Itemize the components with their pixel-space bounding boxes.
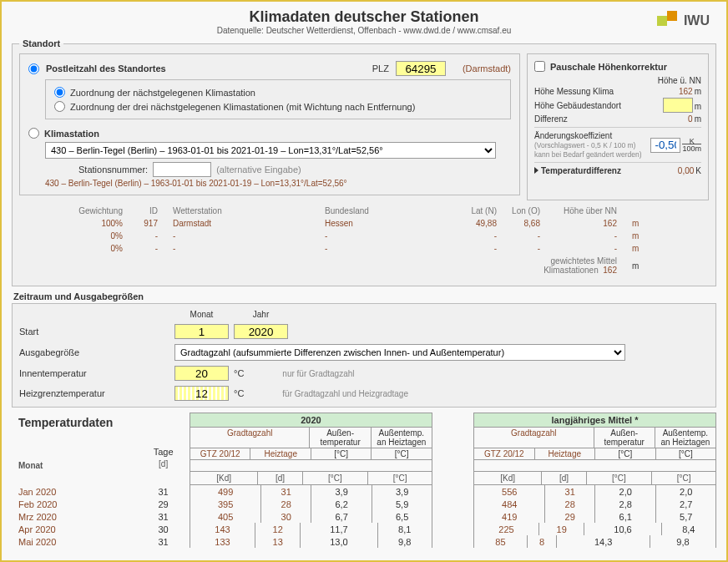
month-days: 31 [145, 510, 181, 523]
page-subtitle: Datenquelle: Deutscher Wetterdienst, Off… [12, 26, 716, 35]
start-jahr-input[interactable] [234, 324, 288, 339]
radio-klimastation-label: Klimastation [44, 129, 99, 139]
year-block: 2020 Gradtagzahl Außen-temperatur Außent… [190, 413, 432, 472]
heiztage-val: 28 [261, 498, 311, 510]
stationsnummer-hint: (alternative Eingabe) [216, 165, 301, 175]
gtz-val: 395 [190, 498, 261, 510]
lang-block: langjähriges Mittel * Gradtagzahl Außen-… [473, 413, 716, 472]
radio-zuord-drei[interactable] [54, 101, 65, 112]
hk-diff-val: 0 [688, 114, 693, 124]
aussentemp-ht-val: 9,8 [377, 535, 432, 548]
heiztage-val: 12 [255, 523, 300, 535]
start-monat-input[interactable] [174, 324, 229, 339]
monat-head: Monat [174, 310, 229, 319]
jahr-head: Jahr [234, 310, 288, 319]
gtz-lang-val: 419 [474, 510, 545, 523]
month-name: Feb 2020 [12, 498, 137, 510]
lang-header: langjähriges Mittel * [474, 413, 715, 428]
aussentemp-val: 6,7 [311, 510, 372, 523]
page-title: Klimadaten deutscher Stationen [12, 8, 716, 26]
chk-hoehenkorrektur-label: Pauschale Höhenkorrektur [550, 62, 667, 72]
aussentemp-val: 13,0 [301, 535, 377, 548]
heiztage-lang-val: 28 [545, 498, 595, 510]
heizgrenz-note: für Gradtagzahl und Heizgradtage [282, 389, 408, 398]
innen-input[interactable] [174, 366, 229, 381]
unit-m: m [695, 114, 701, 124]
gtz-val: 499 [190, 485, 261, 498]
logo: IWU [657, 13, 710, 28]
hk-diff-label: Differenz [534, 114, 568, 124]
gtz-lang-val: 225 [474, 523, 538, 535]
radio-zuord-naechst-label: Zuordnung der nächstgelegenen Klimastati… [70, 88, 255, 98]
aussentemp-val: 3,9 [311, 485, 372, 498]
month-name: Mai 2020 [12, 535, 137, 548]
station-echo: 430 – Berlin-Tegel (Berlin) – 1963-01-01… [45, 179, 511, 188]
hk-mess-val: 162 [679, 87, 693, 96]
deg-c: °C [234, 388, 244, 398]
radio-plz[interactable] [28, 63, 39, 74]
aussentemp-ht-lang-val: 2,0 [656, 485, 715, 498]
arrow-right-icon [534, 167, 538, 174]
aussentemp-ht-val: 8,1 [377, 523, 432, 535]
heizgrenz-input[interactable] [174, 386, 229, 401]
hk-koef-input[interactable] [650, 138, 680, 153]
weight-table: Gewichtung ID Wetterstation Bundesland L… [61, 204, 647, 277]
heiztage-val: 30 [261, 510, 311, 523]
aussentemp-ht-lang-val: 2,7 [656, 498, 715, 510]
radio-klimastation[interactable] [28, 128, 39, 139]
unit-m: m [695, 87, 701, 96]
plz-lbl: PLZ [372, 63, 389, 73]
unit-100m: 100m [682, 144, 701, 153]
hk-mess-label: Höhe Messung Klima [534, 87, 614, 96]
station-select[interactable]: 430 – Berlin-Tegel (Berlin) – 1963-01-01… [45, 142, 496, 159]
chk-hoehenkorrektur[interactable] [534, 61, 545, 72]
aussentemp-lang-val: 14,3 [557, 535, 650, 548]
heiztage-lang-val: 19 [539, 523, 584, 535]
logo-square-icon [667, 11, 677, 21]
gtz-lang-val: 484 [474, 498, 545, 510]
innen-label: Innentemperatur [19, 368, 169, 378]
aussentemp-ht-lang-val: 8,4 [661, 523, 715, 535]
month-name: Apr 2020 [12, 523, 137, 535]
aussentemp-lang-val: 2,8 [595, 498, 656, 510]
stationsnummer-label: Stationsnummer: [78, 165, 148, 175]
hk-koef-label: Änderungskoeffizient [534, 131, 612, 140]
start-label: Start [19, 327, 169, 337]
temp-title: Temperaturdaten [18, 416, 137, 429]
unit-k: K [695, 166, 701, 175]
deg-c: °C [234, 368, 244, 378]
gtz-lang-val: 85 [474, 535, 527, 548]
aussentemp-ht-lang-val: 5,7 [656, 510, 715, 523]
heiztage-lang-val: 8 [527, 535, 556, 548]
tage-table: Tage [d] [145, 413, 181, 470]
ausgabe-label: Ausgabegröße [19, 347, 169, 357]
logo-text: IWU [684, 13, 710, 28]
radio-zuord-naechst[interactable] [54, 87, 65, 98]
hoehe-nn-head: Höhe ü. NN [658, 76, 701, 85]
aussentemp-lang-val: 10,6 [584, 523, 661, 535]
aussentemp-ht-val: 6,5 [372, 510, 432, 523]
plz-input[interactable] [396, 61, 446, 76]
heizgrenz-label: Heizgrenztemperatur [19, 388, 169, 398]
hk-geb-label: Höhe Gebäudestandort [534, 101, 621, 110]
aussentemp-val: 11,7 [301, 523, 377, 535]
month-days: 30 [145, 523, 181, 535]
ausgabe-select[interactable]: Gradtagzahl (aufsummierte Differenzen zw… [174, 344, 625, 361]
month-name: Mrz 2020 [12, 510, 137, 523]
heiztage-val: 31 [261, 485, 311, 498]
month-name: Jan 2020 [12, 485, 137, 498]
stationsnummer-input[interactable] [153, 162, 211, 177]
innen-note: nur für Gradtagzahl [282, 369, 354, 378]
hk-geb-input[interactable] [663, 98, 693, 113]
standort-fieldset: Standort Postleitzahl des Standortes PLZ… [12, 38, 716, 286]
year-header: 2020 [190, 413, 432, 428]
aussentemp-ht-val: 5,9 [372, 498, 432, 510]
zeitraum-box: Monat Jahr Start Ausgabegröße Gradtagzah… [12, 303, 716, 408]
standort-legend: Standort [19, 38, 63, 48]
logo-square-icon [657, 16, 667, 26]
month-days: 31 [145, 485, 181, 498]
unit-m: m [695, 102, 701, 111]
zeitraum-legend: Zeitraum und Ausgabegrößen [13, 291, 716, 301]
gtz-lang-val: 556 [474, 485, 545, 498]
plz-city: (Darmstadt) [463, 63, 511, 73]
